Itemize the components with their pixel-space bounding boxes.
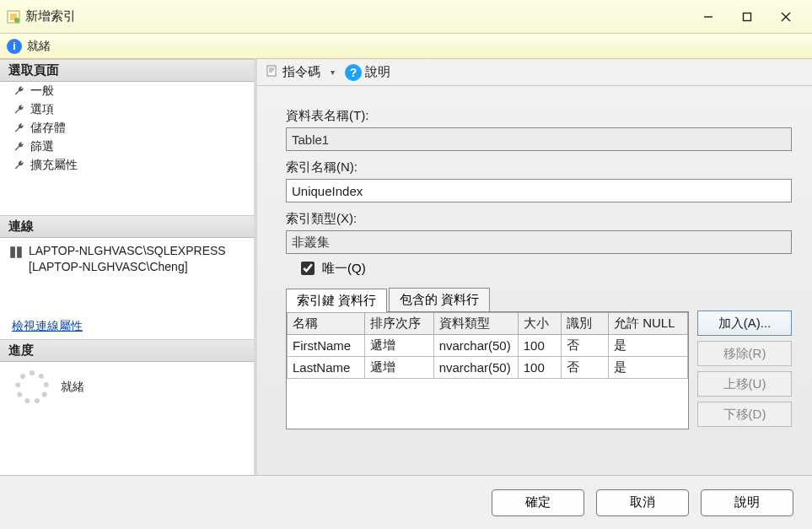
remove-column-button[interactable]: 移除(R) [697, 341, 792, 366]
unique-label: 唯一(Q) [322, 261, 366, 277]
wrench-icon [13, 141, 25, 153]
status-bar: i 就緒 [0, 34, 812, 59]
connection-item: LAPTOP-NLGHVASC\SQLEXPRESS [LAPTOP-NLGHV… [0, 238, 254, 280]
col-header-type[interactable]: 資料類型 [433, 313, 518, 335]
add-column-button[interactable]: 加入(A)... [697, 310, 792, 336]
col-header-null[interactable]: 允許 NULL [609, 313, 688, 335]
cell-identity: 否 [561, 335, 608, 357]
view-connection-link[interactable]: 檢視連線屬性 [0, 314, 94, 339]
index-name-label: 索引名稱(N): [286, 159, 792, 175]
svg-rect-7 [10, 246, 15, 258]
progress-text: 就緒 [61, 380, 84, 395]
script-dropdown[interactable]: ▾ [331, 67, 335, 77]
sidebar-page-label: 儲存體 [30, 121, 66, 136]
server-icon [8, 245, 24, 262]
pages-header: 選取頁面 [0, 59, 254, 82]
close-button[interactable] [766, 0, 805, 34]
col-header-name[interactable]: 名稱 [288, 313, 365, 335]
index-type-input [286, 230, 792, 254]
sidebar-page-label: 一般 [30, 84, 54, 99]
move-down-button[interactable]: 下移(D) [697, 402, 792, 427]
table-row[interactable]: LastName 遞增 nvarchar(50) 100 否 是 [288, 357, 688, 379]
cell-type: nvarchar(50) [433, 357, 518, 379]
cell-identity: 否 [561, 357, 608, 379]
help-label: 說明 [365, 64, 390, 80]
unique-checkbox[interactable] [301, 262, 315, 275]
sidebar-page-label: 擴充屬性 [30, 158, 78, 173]
col-header-sort[interactable]: 排序次序 [364, 313, 433, 335]
app-icon [7, 10, 20, 24]
sidebar-page-label: 選項 [30, 102, 54, 117]
svg-rect-8 [17, 246, 22, 258]
progress-header: 進度 [0, 339, 254, 362]
index-name-input[interactable] [286, 179, 792, 202]
sidebar-page-general[interactable]: 一般 [0, 82, 254, 100]
wrench-icon [13, 122, 25, 134]
sidebar-page-filter[interactable]: 篩選 [0, 138, 254, 156]
connection-header: 連線 [0, 215, 254, 238]
sidebar-page-storage[interactable]: 儲存體 [0, 119, 254, 138]
cancel-button[interactable]: 取消 [596, 489, 689, 516]
sidebar-page-label: 篩選 [30, 139, 54, 154]
tab-key-columns[interactable]: 索引鍵 資料行 [286, 289, 387, 312]
help-button-footer[interactable]: 說明 [701, 489, 793, 516]
ok-button[interactable]: 確定 [492, 489, 584, 516]
wrench-icon [13, 104, 25, 116]
wrench-icon [13, 85, 25, 97]
svg-point-2 [14, 18, 19, 23]
script-label: 指令碼 [282, 64, 320, 80]
progress-status: 就緒 [0, 362, 254, 413]
svg-rect-9 [267, 66, 276, 76]
minimize-button[interactable] [689, 0, 728, 34]
sidebar-page-options[interactable]: 選項 [0, 100, 254, 119]
table-row[interactable]: FirstName 遞增 nvarchar(50) 100 否 是 [288, 335, 688, 357]
cell-name: FirstName [288, 335, 365, 357]
cell-null: 是 [609, 335, 688, 357]
maximize-button[interactable] [728, 0, 766, 34]
help-button[interactable]: ? 說明 [341, 62, 394, 83]
cell-sort: 遞增 [364, 357, 433, 379]
tab-included-columns[interactable]: 包含的 資料行 [389, 288, 490, 311]
move-up-button[interactable]: 上移(U) [697, 371, 792, 397]
titlebar: 新增索引 [0, 0, 812, 34]
wrench-icon [13, 159, 25, 171]
cell-size: 100 [518, 357, 561, 379]
cell-null: 是 [609, 357, 688, 379]
index-type-label: 索引類型(X): [286, 211, 792, 227]
col-header-size[interactable]: 大小 [518, 313, 561, 335]
script-icon [266, 64, 279, 80]
cell-sort: 遞增 [364, 335, 433, 357]
cell-type: nvarchar(50) [433, 335, 518, 357]
content-panel: 指令碼 ▾ ? 說明 資料表名稱(T): 索引名稱(N): 索引類型(X): 唯… [257, 59, 812, 475]
content-toolbar: 指令碼 ▾ ? 說明 [257, 59, 812, 86]
dialog-footer: 確定 取消 說明 [0, 475, 812, 529]
svg-rect-4 [744, 13, 751, 20]
cell-size: 100 [518, 335, 561, 357]
help-icon: ? [345, 64, 362, 81]
spinner-icon [15, 370, 49, 404]
window-title: 新增索引 [25, 8, 76, 24]
columns-grid[interactable]: 名稱 排序次序 資料類型 大小 識別 允許 NULL FirstName [286, 311, 689, 429]
status-text: 就緒 [27, 39, 51, 54]
col-header-identity[interactable]: 識別 [561, 313, 608, 335]
sidebar: 選取頁面 一般 選項 儲存體 篩選 擴充屬性 連線 LAPTOP-NLGHVAS [0, 59, 257, 475]
table-name-input [286, 127, 792, 151]
info-icon: i [7, 39, 22, 54]
sidebar-page-extended[interactable]: 擴充屬性 [0, 156, 254, 175]
cell-name: LastName [288, 357, 365, 379]
connection-text: LAPTOP-NLGHVASC\SQLEXPRESS [LAPTOP-NLGHV… [29, 243, 245, 275]
script-button[interactable]: 指令碼 [262, 62, 324, 82]
table-name-label: 資料表名稱(T): [286, 108, 792, 124]
